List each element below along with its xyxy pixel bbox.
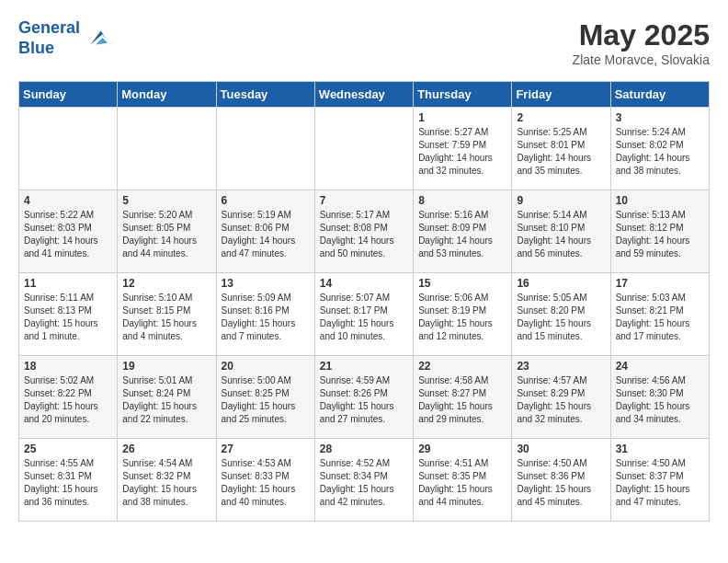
day-number: 9 (517, 194, 605, 207)
day-number: 17 (616, 277, 704, 290)
day-cell: 15Sunrise: 5:06 AM Sunset: 8:19 PM Dayli… (414, 273, 512, 356)
day-info: Sunrise: 5:06 AM Sunset: 8:19 PM Dayligh… (418, 292, 506, 343)
header-row: SundayMondayTuesdayWednesdayThursdayFrid… (19, 82, 710, 108)
day-cell: 10Sunrise: 5:13 AM Sunset: 8:12 PM Dayli… (610, 190, 709, 273)
day-info: Sunrise: 4:50 AM Sunset: 8:36 PM Dayligh… (517, 457, 605, 509)
day-info: Sunrise: 5:17 AM Sunset: 8:08 PM Dayligh… (320, 209, 408, 260)
day-number: 24 (616, 360, 704, 373)
day-info: Sunrise: 5:09 AM Sunset: 8:16 PM Dayligh… (222, 292, 310, 343)
day-number: 15 (418, 277, 506, 290)
day-info: Sunrise: 5:20 AM Sunset: 8:05 PM Dayligh… (122, 209, 210, 260)
logo-line1: General (18, 18, 80, 37)
day-info: Sunrise: 4:51 AM Sunset: 8:35 PM Dayligh… (418, 457, 506, 509)
day-cell: 26Sunrise: 4:54 AM Sunset: 8:32 PM Dayli… (118, 439, 216, 522)
day-number: 10 (616, 194, 704, 207)
day-number: 8 (418, 194, 506, 207)
month-title: May 2025 (573, 18, 710, 52)
day-info: Sunrise: 5:16 AM Sunset: 8:09 PM Dayligh… (418, 209, 506, 260)
day-info: Sunrise: 5:03 AM Sunset: 8:21 PM Dayligh… (616, 292, 704, 343)
day-number: 3 (616, 111, 704, 124)
day-number: 29 (418, 442, 506, 455)
day-cell: 16Sunrise: 5:05 AM Sunset: 8:20 PM Dayli… (512, 273, 610, 356)
day-cell: 21Sunrise: 4:59 AM Sunset: 8:26 PM Dayli… (314, 356, 413, 439)
day-cell (118, 108, 216, 190)
day-info: Sunrise: 5:02 AM Sunset: 8:22 PM Dayligh… (24, 374, 112, 426)
day-number: 18 (24, 360, 112, 373)
header-day-saturday: Saturday (610, 82, 709, 108)
day-info: Sunrise: 5:25 AM Sunset: 8:01 PM Dayligh… (517, 126, 605, 178)
day-info: Sunrise: 5:24 AM Sunset: 8:02 PM Dayligh… (616, 126, 704, 178)
day-info: Sunrise: 5:11 AM Sunset: 8:13 PM Dayligh… (24, 292, 112, 343)
day-cell: 8Sunrise: 5:16 AM Sunset: 8:09 PM Daylig… (414, 190, 512, 273)
day-number: 5 (122, 194, 210, 207)
calendar-table: SundayMondayTuesdayWednesdayThursdayFrid… (18, 81, 710, 522)
day-cell: 29Sunrise: 4:51 AM Sunset: 8:35 PM Dayli… (414, 439, 512, 522)
day-number: 28 (320, 442, 408, 455)
day-cell (19, 108, 118, 190)
day-number: 25 (24, 442, 112, 455)
day-cell: 24Sunrise: 4:56 AM Sunset: 8:30 PM Dayli… (610, 356, 709, 439)
day-cell: 12Sunrise: 5:10 AM Sunset: 8:15 PM Dayli… (118, 273, 216, 356)
day-number: 21 (320, 360, 408, 373)
day-cell (314, 108, 413, 190)
day-cell: 11Sunrise: 5:11 AM Sunset: 8:13 PM Dayli… (19, 273, 118, 356)
header-day-wednesday: Wednesday (314, 82, 413, 108)
day-number: 11 (24, 277, 112, 290)
day-cell: 22Sunrise: 4:58 AM Sunset: 8:27 PM Dayli… (414, 356, 512, 439)
calendar-body: 1Sunrise: 5:27 AM Sunset: 7:59 PM Daylig… (19, 108, 710, 522)
day-info: Sunrise: 4:54 AM Sunset: 8:32 PM Dayligh… (122, 457, 210, 509)
day-cell: 4Sunrise: 5:22 AM Sunset: 8:03 PM Daylig… (19, 190, 118, 273)
day-number: 1 (418, 111, 506, 124)
day-info: Sunrise: 4:58 AM Sunset: 8:27 PM Dayligh… (418, 374, 506, 426)
day-info: Sunrise: 5:00 AM Sunset: 8:25 PM Dayligh… (222, 374, 310, 426)
day-number: 12 (122, 277, 210, 290)
day-cell: 30Sunrise: 4:50 AM Sunset: 8:36 PM Dayli… (512, 439, 610, 522)
day-cell: 14Sunrise: 5:07 AM Sunset: 8:17 PM Dayli… (314, 273, 413, 356)
header-day-monday: Monday (118, 82, 216, 108)
day-info: Sunrise: 4:52 AM Sunset: 8:34 PM Dayligh… (320, 457, 408, 509)
header-day-sunday: Sunday (19, 82, 118, 108)
day-cell: 19Sunrise: 5:01 AM Sunset: 8:24 PM Dayli… (118, 356, 216, 439)
day-info: Sunrise: 5:01 AM Sunset: 8:24 PM Dayligh… (122, 374, 210, 426)
day-info: Sunrise: 4:55 AM Sunset: 8:31 PM Dayligh… (24, 457, 112, 509)
day-number: 26 (122, 442, 210, 455)
day-info: Sunrise: 5:27 AM Sunset: 7:59 PM Dayligh… (418, 126, 506, 178)
day-info: Sunrise: 4:50 AM Sunset: 8:37 PM Dayligh… (616, 457, 704, 509)
logo-line2: Blue (18, 39, 54, 57)
day-info: Sunrise: 5:10 AM Sunset: 8:15 PM Dayligh… (122, 292, 210, 343)
day-number: 19 (122, 360, 210, 373)
calendar-header: SundayMondayTuesdayWednesdayThursdayFrid… (19, 82, 710, 108)
day-number: 31 (616, 442, 704, 455)
day-cell: 5Sunrise: 5:20 AM Sunset: 8:05 PM Daylig… (118, 190, 216, 273)
week-row-1: 1Sunrise: 5:27 AM Sunset: 7:59 PM Daylig… (19, 108, 710, 190)
day-number: 14 (320, 277, 408, 290)
day-info: Sunrise: 5:14 AM Sunset: 8:10 PM Dayligh… (517, 209, 605, 260)
page-header: General Blue May 2025 Zlate Moravce, Slo… (18, 18, 710, 67)
logo: General Blue (18, 18, 109, 58)
day-cell: 9Sunrise: 5:14 AM Sunset: 8:10 PM Daylig… (512, 190, 610, 273)
day-number: 16 (517, 277, 605, 290)
day-number: 13 (222, 277, 310, 290)
day-cell: 3Sunrise: 5:24 AM Sunset: 8:02 PM Daylig… (610, 108, 709, 190)
location: Zlate Moravce, Slovakia (573, 52, 710, 67)
header-day-thursday: Thursday (414, 82, 512, 108)
day-info: Sunrise: 4:56 AM Sunset: 8:30 PM Dayligh… (616, 374, 704, 426)
day-cell: 27Sunrise: 4:53 AM Sunset: 8:33 PM Dayli… (216, 439, 314, 522)
header-day-friday: Friday (512, 82, 610, 108)
day-number: 22 (418, 360, 506, 373)
day-cell: 1Sunrise: 5:27 AM Sunset: 7:59 PM Daylig… (414, 108, 512, 190)
day-info: Sunrise: 4:57 AM Sunset: 8:29 PM Dayligh… (517, 374, 605, 426)
week-row-2: 4Sunrise: 5:22 AM Sunset: 8:03 PM Daylig… (19, 190, 710, 273)
day-cell: 25Sunrise: 4:55 AM Sunset: 8:31 PM Dayli… (19, 439, 118, 522)
day-info: Sunrise: 5:22 AM Sunset: 8:03 PM Dayligh… (24, 209, 112, 260)
day-cell: 20Sunrise: 5:00 AM Sunset: 8:25 PM Dayli… (216, 356, 314, 439)
day-number: 27 (222, 442, 310, 455)
day-number: 30 (517, 442, 605, 455)
week-row-4: 18Sunrise: 5:02 AM Sunset: 8:22 PM Dayli… (19, 356, 710, 439)
day-info: Sunrise: 5:07 AM Sunset: 8:17 PM Dayligh… (320, 292, 408, 343)
day-cell: 7Sunrise: 5:17 AM Sunset: 8:08 PM Daylig… (314, 190, 413, 273)
day-cell: 13Sunrise: 5:09 AM Sunset: 8:16 PM Dayli… (216, 273, 314, 356)
day-number: 7 (320, 194, 408, 207)
day-info: Sunrise: 4:53 AM Sunset: 8:33 PM Dayligh… (222, 457, 310, 509)
day-number: 6 (222, 194, 310, 207)
